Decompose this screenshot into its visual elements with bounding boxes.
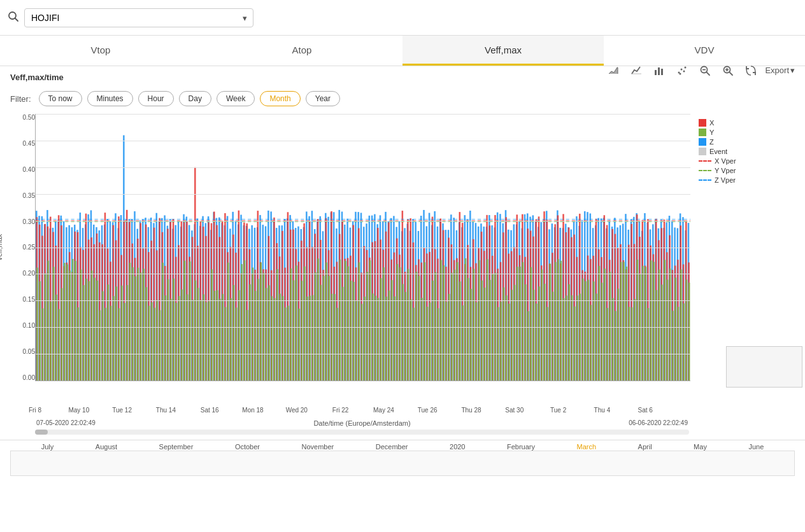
- svg-rect-376: [359, 262, 360, 381]
- export-arrow-icon: ▾: [790, 66, 795, 75]
- svg-rect-199: [197, 288, 199, 381]
- chart-wrapper: Veff,max 0.50 0.45 0.40 0.35 0.30 0.25 0…: [0, 114, 805, 407]
- svg-rect-409: [388, 291, 390, 381]
- bar-chart-icon[interactable]: [650, 62, 668, 80]
- svg-rect-586: [549, 263, 551, 381]
- scatter-chart-icon[interactable]: [673, 62, 691, 80]
- timeline-march[interactable]: March: [577, 443, 597, 451]
- svg-rect-163: [165, 295, 167, 381]
- svg-rect-670: [625, 267, 627, 381]
- area-chart-icon[interactable]: [604, 62, 622, 80]
- svg-rect-373: [355, 301, 357, 381]
- timeline-may[interactable]: May: [694, 443, 707, 451]
- tab-vtop[interactable]: Vtop: [0, 36, 201, 66]
- svg-rect-130: [134, 276, 136, 381]
- svg-rect-616: [576, 295, 578, 381]
- grid-line-6: [36, 274, 690, 274]
- svg-rect-283: [274, 298, 276, 381]
- legend-label-z-vper: Z Vper: [715, 176, 736, 184]
- svg-rect-460: [435, 272, 437, 381]
- x-label-tue12: Tue 12: [112, 407, 132, 414]
- svg-rect-700: [653, 262, 655, 381]
- filter-to-now[interactable]: To now: [39, 91, 82, 106]
- svg-rect-406: [385, 297, 387, 381]
- timeline-june[interactable]: June: [748, 443, 764, 451]
- svg-rect-274: [266, 288, 267, 381]
- zoom-out-icon[interactable]: [696, 62, 714, 80]
- x-label-sat16: Sat 16: [201, 407, 219, 414]
- scrollbar-thumb[interactable]: [35, 430, 48, 435]
- svg-rect-37: [50, 302, 52, 381]
- scrollbar[interactable]: [35, 427, 689, 437]
- svg-point-7: [681, 68, 683, 70]
- svg-rect-743: [727, 347, 802, 388]
- filter-hour[interactable]: Hour: [138, 91, 174, 106]
- svg-rect-562: [527, 311, 529, 381]
- filter-label: Filter:: [10, 94, 31, 104]
- timeline-april[interactable]: April: [638, 443, 652, 451]
- svg-rect-121: [127, 285, 129, 381]
- filter-year[interactable]: Year: [306, 91, 340, 106]
- device-dropdown[interactable]: HOJIFI ▾: [24, 8, 253, 27]
- svg-rect-4: [658, 67, 660, 75]
- svg-rect-730: [680, 269, 682, 381]
- filter-minutes[interactable]: Minutes: [87, 91, 133, 106]
- y-tick-0: 0.50: [23, 114, 35, 121]
- svg-rect-559: [525, 284, 527, 381]
- filter-month[interactable]: Month: [260, 91, 300, 106]
- x-label-mon18: Mon 18: [242, 407, 263, 414]
- tab-atop[interactable]: Atop: [201, 36, 402, 66]
- timeline-july[interactable]: July: [41, 443, 54, 451]
- scrollbar-track[interactable]: [35, 430, 689, 435]
- svg-rect-91: [99, 311, 101, 381]
- svg-rect-55: [66, 265, 68, 381]
- svg-rect-607: [568, 284, 570, 381]
- svg-rect-580: [544, 284, 546, 381]
- svg-rect-667: [623, 262, 625, 381]
- svg-rect-427: [404, 292, 406, 381]
- svg-rect-538: [506, 295, 508, 381]
- timeline-december[interactable]: December: [376, 443, 408, 451]
- svg-rect-496: [467, 278, 469, 381]
- svg-rect-148: [151, 302, 153, 381]
- timeline-august[interactable]: August: [96, 443, 117, 451]
- reset-zoom-icon[interactable]: [742, 62, 760, 80]
- timeline-mini-chart: [10, 451, 795, 476]
- svg-rect-292: [282, 296, 284, 381]
- svg-rect-100: [108, 284, 110, 381]
- tab-veff-max[interactable]: Veff,max: [402, 36, 604, 66]
- svg-rect-508: [478, 260, 480, 381]
- timeline-september[interactable]: September: [159, 443, 194, 451]
- timeline-november[interactable]: November: [302, 443, 334, 451]
- zoom-in-icon[interactable]: [719, 62, 737, 80]
- svg-rect-46: [58, 309, 60, 381]
- filter-day[interactable]: Day: [179, 91, 211, 106]
- line-chart-icon[interactable]: [627, 62, 645, 80]
- svg-rect-490: [462, 305, 464, 381]
- timeline-february[interactable]: February: [507, 443, 535, 451]
- svg-rect-85: [94, 277, 96, 381]
- timeline-october[interactable]: October: [235, 443, 260, 451]
- svg-rect-475: [448, 294, 450, 381]
- svg-rect-214: [211, 269, 213, 381]
- svg-rect-688: [642, 266, 644, 381]
- legend-color-z: [699, 138, 706, 146]
- mini-chart-svg: /* rendered by JS below */: [727, 347, 802, 388]
- device-select[interactable]: HOJIFI: [24, 8, 253, 27]
- main-chart[interactable]: [35, 114, 690, 381]
- y-tick-6: 0.20: [23, 270, 35, 277]
- legend-color-x: [699, 119, 706, 127]
- filter-week[interactable]: Week: [217, 91, 255, 106]
- svg-rect-361: [345, 261, 346, 381]
- grid-line-3: [36, 194, 690, 195]
- timeline-2020[interactable]: 2020: [450, 443, 465, 451]
- export-button[interactable]: Export ▾: [765, 66, 795, 75]
- svg-rect-247: [241, 264, 243, 381]
- x-axis-labels: Fri 8 May 10 Tue 12 Thu 14 Sat 16 Mon 18…: [35, 407, 689, 419]
- svg-rect-541: [508, 304, 510, 381]
- svg-rect-640: [599, 266, 601, 381]
- svg-rect-577: [541, 270, 543, 381]
- svg-rect-412: [391, 280, 393, 381]
- svg-rect-676: [631, 307, 633, 381]
- svg-rect-622: [582, 279, 584, 381]
